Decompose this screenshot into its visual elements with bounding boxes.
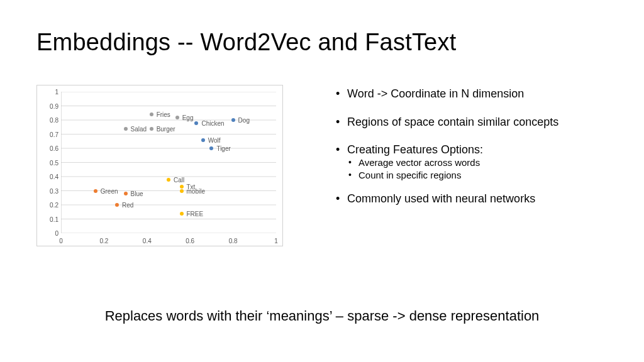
data-point-label: Tiger xyxy=(216,145,230,152)
slide: Embeddings -- Word2Vec and FastText Frie… xyxy=(0,0,644,362)
data-point xyxy=(94,189,97,193)
data-point-label: FREE xyxy=(187,210,204,217)
sub-bullet-item: Average vector across words xyxy=(347,157,623,169)
y-tick-label: 0.2 xyxy=(41,202,58,209)
x-tick-label: 0.8 xyxy=(229,238,238,244)
y-tick-label: 0.7 xyxy=(41,131,58,138)
data-point-label: mobile xyxy=(187,187,205,194)
data-point xyxy=(180,212,184,216)
bullet-text: Regions of space contain similar concept… xyxy=(347,116,558,128)
data-point xyxy=(115,203,119,207)
footer-text: Replaces words with their ‘meanings’ – s… xyxy=(0,308,644,324)
y-tick-label: 1 xyxy=(41,89,58,96)
bullet-item: Regions of space contain similar concept… xyxy=(333,115,623,129)
y-tick-label: 0.5 xyxy=(41,159,58,166)
data-point xyxy=(231,118,235,122)
bullet-text: Average vector across words xyxy=(358,157,480,168)
y-tick-label: 0.1 xyxy=(41,216,58,222)
data-point xyxy=(175,116,179,119)
data-point-label: Green xyxy=(101,187,118,194)
data-point xyxy=(124,127,128,131)
data-point xyxy=(209,146,213,150)
x-tick-label: 0.6 xyxy=(186,238,194,244)
data-point-label: Dog xyxy=(238,117,250,124)
data-point-label: Red xyxy=(122,202,133,209)
data-point-label: Chicken xyxy=(201,119,224,126)
y-tick-label: 0.3 xyxy=(41,187,58,194)
bullet-text: Word -> Coordinate in N dimension xyxy=(347,87,524,100)
data-point-label: Egg xyxy=(182,114,194,121)
data-point-label: Fries xyxy=(157,111,170,118)
data-point xyxy=(180,185,184,189)
data-point xyxy=(167,178,170,182)
data-point-label: Blue xyxy=(131,190,143,197)
bullet-list: Word -> Coordinate in N dimension Region… xyxy=(333,87,623,220)
y-tick-label: 0.8 xyxy=(41,117,58,124)
bullet-text: Count in specific regions xyxy=(358,170,461,180)
data-point xyxy=(124,192,128,195)
data-point xyxy=(194,121,198,125)
x-tick-label: 1 xyxy=(274,238,278,244)
data-point xyxy=(150,127,153,131)
bullet-item: Creating Features Options: Average vecto… xyxy=(333,143,623,182)
data-point xyxy=(201,138,205,142)
y-tick-label: 0 xyxy=(41,230,58,237)
bullet-text: Creating Features Options: xyxy=(347,143,483,156)
data-point-label: Salad xyxy=(131,125,147,132)
data-point-label: Call xyxy=(174,176,184,183)
page-title: Embeddings -- Word2Vec and FastText xyxy=(36,29,456,56)
x-tick-label: 0.4 xyxy=(143,238,152,244)
embedding-scatter-chart: FriesEggSaladBurgerChickenDogWolfTigerGr… xyxy=(36,85,283,246)
x-tick-label: 0 xyxy=(59,238,63,244)
sub-bullet-item: Count in specific regions xyxy=(347,170,623,182)
data-point xyxy=(150,112,153,116)
y-tick-label: 0.9 xyxy=(41,102,58,109)
bullet-item: Commonly used with neural networks xyxy=(333,192,623,206)
bullet-text: Commonly used with neural networks xyxy=(347,192,535,205)
x-tick-label: 0.2 xyxy=(99,238,108,244)
y-tick-label: 0.4 xyxy=(41,173,58,180)
data-point xyxy=(180,189,184,193)
data-point-label: Wolf xyxy=(208,136,221,143)
data-point-label: Burger xyxy=(157,125,175,132)
y-tick-label: 0.6 xyxy=(41,145,58,152)
bullet-item: Word -> Coordinate in N dimension xyxy=(333,87,623,101)
